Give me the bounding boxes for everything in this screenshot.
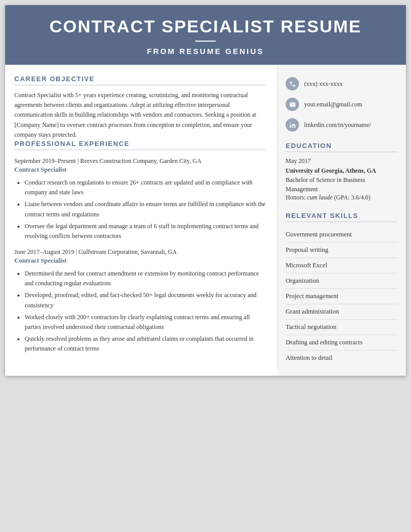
list-item: Liaise between vendors and coordinate af…: [25, 199, 266, 219]
edu-degree: Bachelor of Science in Business Manageme…: [286, 175, 398, 194]
phone-svg: [289, 81, 296, 87]
job-2: June 2017–August 2019 | Gulfstream Corpo…: [14, 248, 266, 354]
education-title: EDUCATION: [286, 142, 398, 152]
skill-item: Grant administration: [286, 304, 398, 320]
resume-header: CONTRACT SPECIALIST RESUME FROM RESUME G…: [5, 5, 406, 65]
body-container: CAREER OBJECTIVE Contract Specialist wit…: [5, 65, 406, 376]
skill-item: Government procurement: [286, 227, 398, 243]
list-item: Developed, proofread, edited, and fact-c…: [25, 290, 266, 310]
career-objective-section: CAREER OBJECTIVE Contract Specialist wit…: [14, 75, 266, 140]
job-2-header: June 2017–August 2019 | Gulfstream Corpo…: [14, 248, 266, 256]
skill-item: Proposal writing: [286, 243, 398, 258]
email-icon: [286, 98, 299, 111]
email-text: your.email@gmail.com: [304, 101, 362, 108]
job-1-title: Contract Specialist: [14, 166, 266, 174]
skill-item: Organization: [286, 273, 398, 289]
list-item: Conduct research on regulations to ensur…: [25, 178, 266, 197]
job-2-bullets: Determined the need for contract amendme…: [14, 269, 266, 354]
job-2-title: Contract Specialist: [14, 257, 266, 265]
phone-contact: (xxx) xxx-xxxx: [286, 77, 398, 90]
email-contact: your.email@gmail.com: [286, 98, 398, 111]
job-1-bullets: Conduct research on regulations to ensur…: [14, 178, 266, 241]
skill-item: Tactical negotiation: [286, 320, 398, 335]
email-svg: [289, 101, 296, 108]
phone-text: (xxx) xxx-xxxx: [304, 80, 343, 88]
list-item: Determined the need for contract amendme…: [25, 269, 266, 288]
header-divider: [195, 41, 216, 42]
resume-wrapper: CONTRACT SPECIALIST RESUME FROM RESUME G…: [5, 5, 406, 376]
right-column: (xxx) xxx-xxxx your.email@gmail.com: [277, 65, 406, 376]
list-item: Worked closely with 200+ contractors by …: [25, 313, 266, 332]
career-objective-text: Contract Specialist with 5+ years experi…: [14, 90, 266, 140]
career-objective-title: CAREER OBJECTIVE: [14, 75, 266, 85]
education-section: EDUCATION May 2017 University of Georgia…: [286, 142, 398, 201]
resume-subtitle: FROM RESUME GENIUS: [15, 47, 396, 56]
list-item: Oversee the legal department and manage …: [25, 222, 266, 241]
linkedin-svg: [289, 122, 296, 129]
job-1-header: September 2019–Present | Reeves Construc…: [14, 157, 266, 165]
linkedin-text: linkedin.com/in/yourname/: [304, 121, 371, 129]
edu-honors: Honors: cum laude (GPA: 3.6/4.0): [286, 194, 398, 201]
job-1: September 2019–Present | Reeves Construc…: [14, 157, 266, 241]
linkedin-contact: linkedin.com/in/yourname/: [286, 118, 398, 132]
edu-school: University of Georgia, Athens, GA: [286, 166, 398, 175]
resume-title: CONTRACT SPECIALIST RESUME: [15, 16, 396, 36]
left-column: CAREER OBJECTIVE Contract Specialist wit…: [5, 65, 277, 370]
contact-section: (xxx) xxx-xxxx your.email@gmail.com: [286, 77, 398, 132]
phone-icon: [286, 77, 299, 90]
skills-title: RELEVANT SKILLS: [286, 212, 398, 222]
skills-section: RELEVANT SKILLS Government procurementPr…: [286, 212, 398, 365]
linkedin-icon: [286, 118, 299, 132]
professional-experience-section: PROFESSIONAL EXPERIENCE September 2019–P…: [14, 140, 266, 354]
skill-item: Attention to detail: [286, 351, 398, 365]
list-item: Quickly resolved problems as they arose …: [25, 334, 266, 354]
skills-list: Government procurementProposal writingMi…: [286, 227, 398, 365]
edu-date: May 2017: [286, 157, 398, 165]
skill-item: Project management: [286, 289, 398, 304]
skill-item: Microsoft Excel: [286, 258, 398, 273]
professional-experience-title: PROFESSIONAL EXPERIENCE: [14, 140, 266, 150]
skill-item: Drafting and editing contracts: [286, 335, 398, 351]
